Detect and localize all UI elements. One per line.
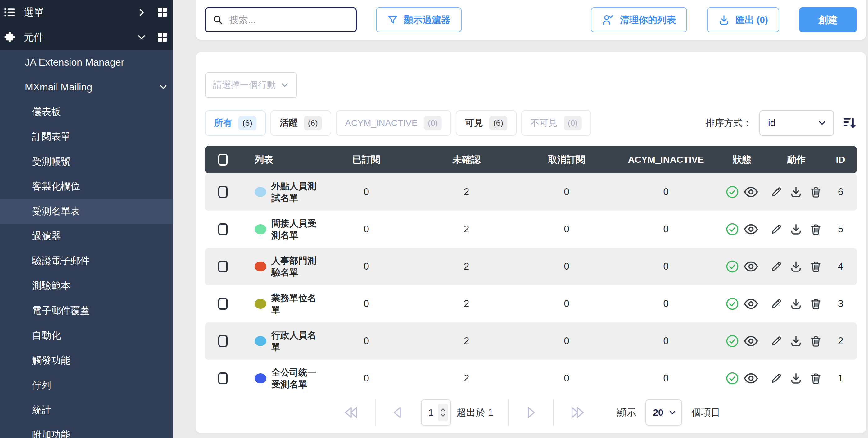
sidebar-item-menu[interactable]: 選單 [0,0,173,25]
create-button[interactable]: 創建 [799,7,857,32]
col-header-actions: 動作 [768,153,824,166]
next-page-icon[interactable] [524,405,538,420]
row-id: 1 [824,373,857,384]
list-name-link[interactable]: 行政人員名單 [271,329,317,353]
row-checkbox[interactable] [218,335,227,347]
sidebar-item-components[interactable]: 元件 [0,25,173,50]
search-input[interactable]: 搜索... [205,7,357,32]
export-download-icon[interactable] [789,297,803,310]
sidebar-item-templates[interactable]: 測驗範本 [0,273,173,298]
sidebar-item-email-overrides[interactable]: 電子郵件覆蓋 [0,298,173,323]
grid-icon[interactable] [157,32,168,43]
sidebar-item-custom-fields[interactable]: 客製化欄位 [0,174,173,199]
grid-icon[interactable] [157,7,168,18]
page-number-spinner[interactable] [438,404,448,421]
edit-pencil-icon[interactable] [770,372,783,385]
sidebar-item-verify-emails[interactable]: 驗證電子郵件 [0,249,173,273]
list-name-link[interactable]: 業務單位名單 [271,292,317,316]
tab-invisible[interactable]: 不可見 (0) [521,110,591,136]
sidebar-item-dashboard[interactable]: 儀表板 [0,99,173,124]
show-filters-button[interactable]: 顯示過濾器 [376,7,462,32]
select-all-checkbox[interactable] [218,154,227,166]
inactive-count: 0 [616,224,716,235]
create-label: 創建 [818,13,838,26]
row-checkbox[interactable] [218,223,227,235]
lists-panel: 請選擇一個行動 所有 (6) 活躍 (6) ACYM_INACTIVE (0) … [195,52,866,433]
status-active-icon[interactable] [725,372,739,385]
divider [375,399,376,426]
per-page-select[interactable]: 20 [645,400,682,426]
sidebar-item-statistics[interactable]: 統計 [0,398,173,422]
visibility-eye-icon[interactable] [744,222,758,237]
status-active-icon[interactable] [725,185,739,199]
visibility-eye-icon[interactable] [744,371,758,386]
tab-all[interactable]: 所有 (6) [205,110,266,136]
sort-by-select[interactable]: id [760,110,834,136]
delete-trash-icon[interactable] [809,334,823,348]
ja-extension-label: JA Extension Manager [25,57,124,68]
export-download-icon[interactable] [789,185,803,199]
export-download-icon[interactable] [789,260,803,273]
sidebar-item-filters[interactable]: 過濾器 [0,224,173,249]
clean-lists-button[interactable]: 清理你的列表 [591,7,687,32]
list-name-link[interactable]: 全公司統一受測名單 [271,367,317,390]
tab-visible[interactable]: 可見 (6) [456,110,517,136]
sidebar-item-users[interactable]: 受測帳號 [0,149,173,174]
chevron-right-icon[interactable] [137,8,146,17]
export-download-icon[interactable] [789,334,803,348]
delete-trash-icon[interactable] [809,372,823,385]
bulk-action-select[interactable]: 請選擇一個行動 [205,72,297,98]
sidebar-item-triggers[interactable]: 觸發功能 [0,348,173,373]
delete-trash-icon[interactable] [809,297,823,310]
export-download-icon[interactable] [789,372,803,385]
status-active-icon[interactable] [725,334,739,348]
visibility-eye-icon[interactable] [744,259,758,274]
row-checkbox[interactable] [218,261,227,272]
edit-pencil-icon[interactable] [770,186,783,198]
delete-trash-icon[interactable] [809,223,823,236]
sort-direction-icon[interactable] [842,116,857,130]
status-active-icon[interactable] [725,260,739,273]
col-header-id: ID [824,154,857,165]
export-download-icon[interactable] [789,223,803,236]
page-number-input[interactable]: 1 [421,400,451,426]
list-name-link[interactable]: 間接人員受測名單 [271,217,317,241]
status-active-icon[interactable] [725,223,739,236]
visibility-eye-icon[interactable] [744,333,758,349]
previous-page-icon[interactable] [391,405,405,420]
subscribed-count: 0 [317,224,416,235]
tab-active[interactable]: 活躍 (6) [270,110,331,136]
visibility-eye-icon[interactable] [744,184,758,199]
tab-acym-inactive[interactable]: ACYM_INACTIVE (0) [336,110,451,136]
status-active-icon[interactable] [725,297,739,311]
edit-pencil-icon[interactable] [770,223,783,235]
delete-trash-icon[interactable] [809,185,823,199]
unsubscribed-count: 0 [517,373,616,384]
chevron-down-icon[interactable] [137,33,146,42]
sidebar-item-queue[interactable]: 佇列 [0,373,173,398]
edit-pencil-icon[interactable] [770,335,783,347]
edit-pencil-icon[interactable] [770,298,783,310]
sidebar-item-ja-extension-manager[interactable]: JA Extension Manager [0,50,173,75]
row-checkbox[interactable] [218,298,227,310]
row-checkbox[interactable] [218,373,227,384]
sidebar-item-addons[interactable]: 附加功能 [0,422,173,438]
export-button[interactable]: 匯出 (0) [707,7,779,32]
row-checkbox[interactable] [218,186,227,198]
delete-trash-icon[interactable] [809,260,823,273]
list-name-link[interactable]: 人事部門測驗名單 [271,255,317,278]
sidebar-item-mxmail-mailing[interactable]: MXmail Mailing [0,75,173,99]
subscribed-count: 0 [317,373,416,384]
page-number-value: 1 [428,407,434,418]
tab-count-badge: (6) [489,116,507,130]
sidebar-item-label: 觸發功能 [32,354,70,367]
sidebar-item-subscription-forms[interactable]: 訂閱表單 [0,124,173,149]
last-page-icon[interactable] [568,405,587,420]
edit-pencil-icon[interactable] [770,260,783,273]
sidebar-item-automation[interactable]: 自動化 [0,323,173,348]
sidebar-item-lists[interactable]: 受測名單表 [0,199,173,224]
first-page-icon[interactable] [341,405,360,420]
table-row: 人事部門測驗名單 0 2 0 0 4 [205,248,857,285]
list-name-link[interactable]: 外點人員測試名單 [271,180,317,204]
visibility-eye-icon[interactable] [744,296,758,311]
